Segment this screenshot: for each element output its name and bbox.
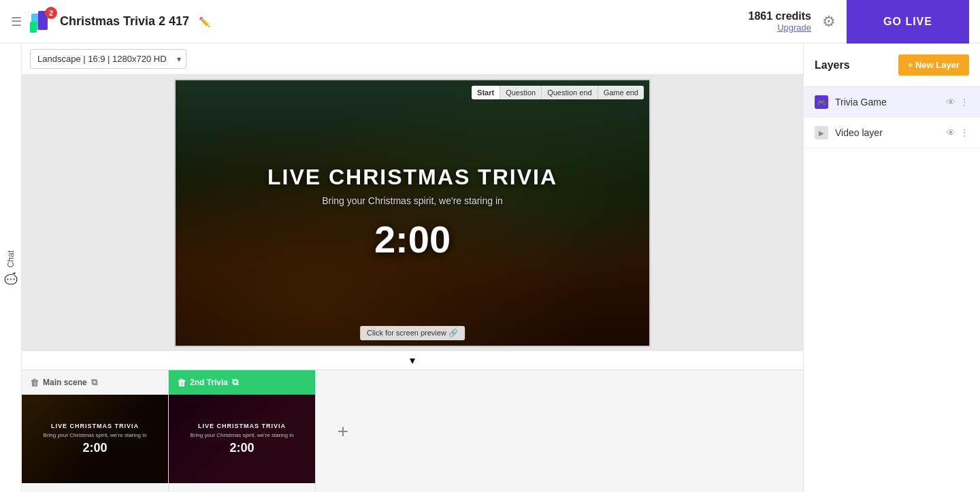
logo-container: 2 (29, 10, 53, 34)
thumb-countdown-main: 2:00 (82, 441, 107, 455)
screen-preview-link[interactable]: Click for screen preview 🔗 (360, 326, 465, 340)
stage-tab-question[interactable]: Question (500, 86, 542, 99)
chat-panel[interactable]: 💬 Chat (0, 44, 22, 492)
menu-icon-video[interactable]: ⋮ (960, 127, 969, 138)
main-area: 💬 Chat Landscape | 16:9 | 1280x720 HDPor… (0, 44, 980, 492)
trash-icon-2nd[interactable]: 🗑 (177, 378, 186, 388)
trivia-game-layer-name: Trivia Game (835, 97, 939, 108)
collapse-arrow[interactable]: ▾ (22, 350, 803, 370)
header-right: 1861 credits Upgrade ⚙ GO LIVE (748, 0, 969, 44)
preview-frame: LIVE CHRISTMAS TRIVIA Bring your Christm… (174, 79, 651, 347)
chat-icon: 💬 (4, 272, 17, 285)
canvas-toolbar: Landscape | 16:9 | 1280x720 HDPortrait |… (22, 44, 803, 75)
new-layer-button[interactable]: + New Layer (898, 54, 969, 76)
copy-icon-2nd[interactable]: ⧉ (232, 377, 238, 388)
thumb-countdown-2nd: 2:00 (229, 441, 254, 455)
preview-container: LIVE CHRISTMAS TRIVIA Bring your Christm… (22, 75, 803, 350)
trivia-game-layer-wrapper: 🎮 Trivia Game 👁 ⋮ (804, 87, 980, 118)
layers-list: 🎮 Trivia Game 👁 ⋮ (804, 87, 980, 148)
trash-icon[interactable]: 🗑 (30, 378, 39, 388)
project-title: Christmas Trivia 2 417 (60, 14, 189, 29)
trivia-game-layer-icon: 🎮 (815, 95, 828, 109)
add-scene-button[interactable]: + (316, 370, 370, 492)
visibility-icon-video[interactable]: 👁 (946, 127, 956, 138)
layers-header: Layers + New Layer (804, 44, 980, 87)
thumb-title-main: LIVE CHRISTMAS TRIVIA (51, 423, 139, 429)
edit-icon[interactable]: ✏️ (199, 16, 210, 27)
credits-block: 1861 credits Upgrade (748, 10, 811, 33)
main-scene-label: Main scene (43, 378, 87, 387)
thumb-title-2nd: LIVE CHRISTMAS TRIVIA (198, 423, 286, 429)
thumb-subtitle-main: Bring your Christmas spirit, we're stari… (44, 432, 147, 438)
thumb-subtitle-2nd: Bring your Christmas spirit, we're stari… (191, 432, 294, 438)
layers-panel: Layers + New Layer 🎮 Trivia Game 👁 ⋮ (803, 44, 980, 492)
video-layer-icon: ▶ (815, 126, 828, 140)
scene-group-main-header: 🗑 Main scene ⧉ (22, 370, 168, 395)
hamburger-icon[interactable]: ☰ (11, 14, 22, 29)
go-live-button[interactable]: GO LIVE (847, 0, 969, 44)
settings-icon[interactable]: ⚙ (822, 13, 836, 31)
preview-countdown: 2:00 (374, 217, 451, 261)
stage-tabs: Start Question Question end Game end (472, 86, 644, 99)
layers-title: Layers (815, 59, 850, 71)
visibility-icon-trivia[interactable]: 👁 (946, 97, 956, 108)
menu-icon-trivia[interactable]: ⋮ (960, 97, 969, 108)
layer-item-video[interactable]: ▶ Video layer 👁 ⋮ (804, 118, 980, 148)
scene-group-2nd: 🗑 2nd Trivia ⧉ LIVE CHRISTMAS TRIVIA Bri… (169, 370, 316, 492)
resolution-select[interactable]: Landscape | 16:9 | 1280x720 HDPortrait |… (30, 49, 186, 69)
layer-item-trivia-game[interactable]: 🎮 Trivia Game 👁 ⋮ (804, 87, 980, 118)
preview-subtitle: Bring your Christmas spirit, we're stari… (322, 195, 503, 206)
stage-tab-question-end[interactable]: Question end (542, 86, 598, 99)
scene-thumb-overlay-2nd: LIVE CHRISTMAS TRIVIA Bring your Christm… (169, 395, 315, 483)
scene-thumb-overlay-main: LIVE CHRISTMAS TRIVIA Bring your Christm… (22, 395, 168, 483)
stage-tab-start[interactable]: Start (472, 86, 500, 99)
app-header: ☰ 2 Christmas Trivia 2 417 ✏️ 1861 credi… (0, 0, 980, 44)
scenes-panel: 🗑 Main scene ⧉ LIVE CHRISTMAS TRIVIA Bri… (22, 370, 803, 492)
canvas-area: Landscape | 16:9 | 1280x720 HDPortrait |… (22, 44, 803, 492)
chat-label: 💬 Chat (4, 250, 17, 285)
scene-group-main: 🗑 Main scene ⧉ LIVE CHRISTMAS TRIVIA Bri… (22, 370, 169, 492)
copy-icon-main[interactable]: ⧉ (91, 377, 97, 388)
svg-rect-2 (30, 22, 37, 33)
preview-overlay: LIVE CHRISTMAS TRIVIA Bring your Christm… (176, 80, 649, 346)
scene-thumb-2nd[interactable]: LIVE CHRISTMAS TRIVIA Bring your Christm… (169, 395, 315, 483)
scene-group-2nd-header: 🗑 2nd Trivia ⧉ (169, 370, 315, 395)
2nd-trivia-label: 2nd Trivia (190, 378, 228, 387)
preview-main-title: LIVE CHRISTMAS TRIVIA (267, 165, 557, 190)
credits-amount: 1861 credits (748, 10, 811, 22)
trivia-game-layer-actions: 👁 ⋮ (946, 97, 969, 108)
video-layer-name: Video layer (835, 127, 939, 138)
upgrade-link[interactable]: Upgrade (748, 22, 811, 33)
notification-badge: 2 (45, 7, 57, 19)
header-left: ☰ 2 Christmas Trivia 2 417 ✏️ (11, 10, 740, 34)
video-layer-actions: 👁 ⋮ (946, 127, 969, 138)
collapse-icon: ▾ (410, 354, 415, 367)
scene-thumb-main[interactable]: LIVE CHRISTMAS TRIVIA Bring your Christm… (22, 395, 168, 483)
stage-tab-game-end[interactable]: Game end (598, 86, 644, 99)
resolution-wrapper: Landscape | 16:9 | 1280x720 HDPortrait |… (30, 49, 186, 69)
